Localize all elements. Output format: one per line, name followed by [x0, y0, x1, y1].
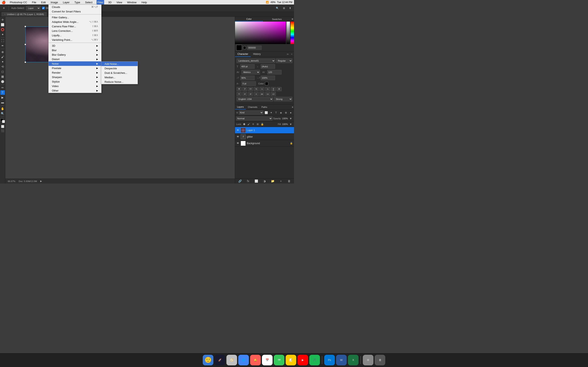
panel-menu[interactable]: ≡ [290, 53, 293, 55]
add-mask-btn[interactable]: ⬜ [252, 179, 260, 183]
tab-paths[interactable]: Paths [259, 104, 269, 109]
filter-render[interactable]: Render ▶ [49, 70, 101, 75]
layers-panel-menu[interactable]: ≡ [291, 104, 294, 109]
color-picker-area[interactable] [235, 22, 286, 44]
app-icon-btn[interactable]: ⊞ [282, 6, 286, 10]
menu-file[interactable]: File [31, 0, 37, 4]
menu-photoshop[interactable]: Photoshop CC [9, 0, 28, 4]
font-style-select[interactable]: Regular [276, 58, 292, 63]
filter-clouds[interactable]: Clouds ⌘⌥F [49, 5, 101, 9]
history-brush-tool[interactable]: ⟲ [0, 64, 5, 69]
hand-tool[interactable]: ✋ [0, 106, 5, 111]
fraction-btn[interactable]: A [254, 92, 259, 96]
lock-all-btn[interactable]: 🔒 [260, 122, 264, 126]
tab-character[interactable]: Character [235, 52, 251, 57]
show-transform-checkbox[interactable] [42, 7, 45, 9]
lock-image-btn[interactable]: 🖌 [247, 122, 251, 126]
noise-dust-scratches[interactable]: Dust & Scratches... [101, 71, 138, 75]
lock-artboard-btn[interactable]: ⊞ [256, 122, 259, 126]
filter-pixel-btn[interactable]: ⬜ [264, 110, 268, 115]
superscript-btn[interactable]: Tt [259, 87, 264, 91]
menu-type[interactable]: Type [74, 0, 81, 4]
quick-mask-btn[interactable]: ⬜ [1, 125, 4, 128]
font-family-select[interactable]: Landasans_demo01 [237, 58, 275, 63]
color-preview-swatch[interactable] [236, 45, 242, 50]
filter-stylize[interactable]: Stylize ▶ [49, 79, 101, 84]
document-tab[interactable]: × Untitled-1 @ 66.7% (Layer 1, RGB/8) [2, 12, 47, 16]
auto-select-dropdown[interactable]: Layer [26, 6, 40, 10]
magic-wand-tool[interactable]: ✦ [0, 32, 5, 37]
filter-other[interactable]: Other ▶ [49, 88, 101, 93]
add-effect-btn[interactable]: fx [244, 179, 252, 183]
eraser-tool[interactable]: ◻ [0, 69, 5, 74]
lightness-slider[interactable] [286, 22, 290, 44]
bold-btn[interactable]: T [237, 87, 242, 91]
pen-tool[interactable]: ✏ [0, 85, 5, 90]
brush-tool[interactable]: 🖌 [0, 55, 5, 59]
marquee-tool[interactable]: ⬜ [0, 22, 5, 27]
tab-layers[interactable]: Layers [235, 104, 246, 109]
text-color-swatch[interactable] [265, 82, 268, 85]
leading-input[interactable] [261, 64, 275, 69]
filter-pixelate[interactable]: Pixelate ▶ [49, 66, 101, 70]
noise-reduce[interactable]: Reduce Noise... [101, 80, 138, 84]
tab-channels[interactable]: Channels [246, 104, 259, 109]
underline-btn[interactable]: T [271, 87, 276, 91]
move-tool[interactable]: ✛ [0, 17, 5, 22]
background-color[interactable] [2, 120, 5, 123]
new-group-btn[interactable]: 📁 [269, 179, 277, 183]
spot-healing-tool[interactable]: ⊕ [0, 50, 5, 54]
kerning-method-select[interactable]: Metrics [242, 70, 260, 75]
italic-btn[interactable]: T [242, 87, 247, 91]
menu-help[interactable]: Help [141, 0, 148, 4]
gradient-tool[interactable]: ▦ [0, 74, 5, 79]
menu-select[interactable]: Select [84, 0, 93, 4]
font-size-input[interactable] [240, 64, 255, 69]
shape-tool[interactable]: ▬ [0, 100, 5, 105]
foreground-background-colors[interactable] [0, 118, 5, 123]
menu-edit[interactable]: Edit [40, 0, 47, 4]
layer-item-background[interactable]: 👁 Background 🔒 [235, 140, 294, 147]
handle-top-left[interactable] [25, 26, 26, 27]
handle-bottom-left[interactable] [25, 61, 26, 63]
filter-lens-correction[interactable]: Lens Correction... ⇧⌘R [49, 29, 101, 33]
lock-position-btn[interactable]: ✛ [251, 122, 255, 126]
opacity-dropdown-btn[interactable]: ▼ [289, 117, 293, 120]
filter-type-select[interactable]: Kind [239, 110, 263, 115]
swash-btn[interactable]: 1st [265, 92, 270, 96]
zoom-tool[interactable]: 🔍 [0, 111, 5, 116]
path-selection-tool[interactable]: ▶ [0, 95, 5, 100]
menu-view[interactable]: View [116, 0, 123, 4]
filter-liquify[interactable]: Liquify... ⇧⌘X [49, 33, 101, 38]
hue-slider[interactable] [290, 22, 294, 44]
tab-close-icon[interactable]: × [4, 13, 6, 16]
new-adjustment-btn[interactable]: ◑ [261, 179, 268, 183]
eyedropper-tool[interactable]: ✒ [0, 43, 5, 48]
filter-adaptive[interactable]: Adaptive Wide Angle... ⌥⇧⌘A [49, 20, 101, 24]
filter-camera-raw[interactable]: Camera Raw Filter... ⇧⌘A [49, 24, 101, 29]
color-spectrum[interactable] [235, 22, 294, 44]
noise-add-noise[interactable]: Add Noise... [101, 62, 138, 66]
filter-vanishing[interactable]: Vanishing Point... ⌥⌘V [49, 38, 101, 42]
layer-item-glitter[interactable]: 👁 T glitter [235, 133, 294, 140]
new-layer-btn[interactable]: + [277, 179, 285, 183]
hex-color-input[interactable] [247, 46, 261, 50]
filter-sharpen[interactable]: Sharpen ▶ [49, 75, 101, 79]
vertical-scale-input[interactable] [240, 76, 255, 80]
panel-collapse[interactable]: ≫ [286, 53, 290, 55]
menu-3d[interactable]: 3D [107, 0, 112, 4]
doc-size-arrow[interactable]: ▶ [40, 180, 42, 183]
filter-type-btn[interactable]: T [274, 110, 278, 115]
titling-btn[interactable]: 1/2 [271, 92, 276, 96]
filter-video[interactable]: Video ▶ [49, 84, 101, 88]
lock-transparent-btn[interactable]: ⬢ [242, 122, 246, 126]
filter-shape-btn[interactable]: ◈ [279, 110, 283, 115]
ordinals-btn[interactable]: aa [259, 92, 264, 96]
filter-noise[interactable]: Noise ▶ [49, 61, 101, 66]
menu-image[interactable]: Image [50, 0, 59, 4]
menu-filter[interactable]: Filter [96, 0, 104, 4]
language-select[interactable]: English: USA [237, 97, 273, 101]
subscript-btn[interactable]: Tt [265, 87, 270, 91]
filter-gallery[interactable]: Filter Gallery... [49, 15, 101, 20]
share-btn[interactable]: ⬆ [288, 6, 292, 10]
